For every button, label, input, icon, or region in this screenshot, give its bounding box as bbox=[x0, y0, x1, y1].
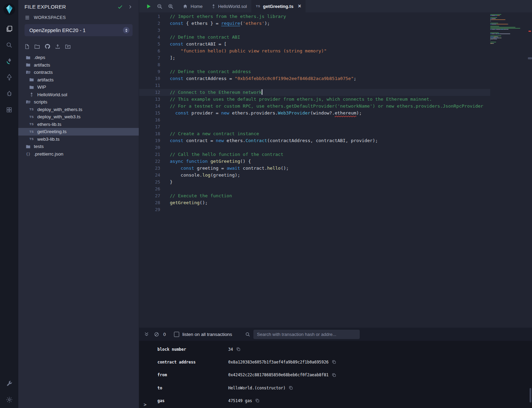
tx-detail-label: contract address bbox=[157, 360, 228, 365]
line-number: 18 bbox=[139, 130, 160, 137]
console-prompt[interactable]: > bbox=[144, 402, 146, 407]
tree-item-artifacts[interactable]: artifacts bbox=[18, 76, 139, 84]
settings-gear-icon[interactable] bbox=[5, 396, 13, 404]
code-line: 1// Import ethers from the ethers.js lib… bbox=[139, 13, 490, 20]
create-new-file-icon[interactable] bbox=[25, 44, 30, 49]
file-name: contracts bbox=[34, 70, 53, 75]
tree-item-WIP[interactable]: WIP bbox=[18, 83, 139, 91]
code-editor[interactable]: 1// Import ethers from the ethers.js lib… bbox=[139, 12, 532, 328]
code-line: 9// Define the contract address bbox=[139, 68, 490, 75]
file-name: web3-lib.ts bbox=[37, 137, 60, 142]
tree-item-ethers-lib.ts[interactable]: TSethers-lib.ts bbox=[18, 121, 139, 128]
hamburger-menu-icon[interactable] bbox=[25, 15, 30, 20]
code-line: 29 bbox=[139, 206, 490, 213]
file-explorer-panel: FILE EXPLORER WORKSPACES OpenZeppelin ER… bbox=[18, 0, 139, 408]
line-number: 3 bbox=[139, 27, 160, 34]
code-line: 7]; bbox=[139, 54, 490, 61]
line-number: 21 bbox=[139, 151, 160, 158]
copy-icon[interactable] bbox=[289, 386, 293, 390]
tree-item-HelloWorld.sol[interactable]: HelloWorld.sol bbox=[18, 91, 139, 99]
minimap-line bbox=[490, 15, 528, 16]
code-line: 19const contract = new ethers.Contract(c… bbox=[139, 137, 490, 144]
deploy-and-run-icon[interactable] bbox=[5, 73, 13, 81]
code-line: 14// For a testnet or custom RPC, use et… bbox=[139, 103, 490, 110]
upload-folder-icon[interactable] bbox=[65, 44, 71, 49]
file-name: deploy_with_ethers.ts bbox=[37, 107, 83, 112]
tree-item-.prettierrc.json[interactable]: {}.prettierrc.json bbox=[18, 150, 139, 158]
workspace-selector[interactable]: OpenZeppelin ERC20 - 1 bbox=[25, 24, 133, 36]
minimap-line bbox=[490, 26, 528, 27]
create-new-folder-icon[interactable] bbox=[34, 44, 40, 49]
tree-item-getGreeting.ts[interactable]: TSgetGreeting.ts bbox=[18, 128, 139, 136]
tree-item-web3-lib.ts[interactable]: TSweb3-lib.ts bbox=[18, 136, 139, 143]
line-number: 13 bbox=[139, 96, 160, 103]
copy-icon[interactable] bbox=[255, 398, 260, 403]
close-tab-icon[interactable]: × bbox=[298, 3, 301, 9]
tree-item-scripts[interactable]: scripts bbox=[18, 98, 139, 106]
minimap-line bbox=[490, 21, 528, 21]
copy-icon[interactable] bbox=[236, 347, 241, 351]
tab-HelloWorld.sol[interactable]: HelloWorld.sol bbox=[207, 0, 252, 12]
tab-getGreeting.ts[interactable]: TSgetGreeting.ts× bbox=[251, 0, 306, 12]
tree-item-deploy_with_web3.ts[interactable]: TSdeploy_with_web3.ts bbox=[18, 113, 139, 121]
line-number: 8 bbox=[139, 61, 160, 68]
search-icon[interactable] bbox=[245, 332, 250, 337]
zoom-in-icon[interactable] bbox=[168, 3, 174, 9]
minimap-line bbox=[490, 27, 528, 28]
workspace-stepper-icon[interactable] bbox=[123, 27, 129, 33]
tree-item-artifacts[interactable]: artifacts bbox=[18, 61, 139, 69]
minimap-line bbox=[490, 19, 528, 20]
run-script-button[interactable] bbox=[146, 3, 152, 9]
minimap[interactable] bbox=[490, 14, 529, 328]
minimap-line bbox=[490, 16, 528, 17]
panel-header: FILE EXPLORER bbox=[18, 0, 139, 12]
upload-file-icon[interactable] bbox=[55, 44, 60, 49]
transaction-detail-row: block number34 bbox=[157, 343, 532, 356]
search-icon[interactable] bbox=[5, 41, 13, 49]
terminal-scrollbar[interactable] bbox=[530, 388, 531, 402]
listen-transactions-checkbox[interactable] bbox=[174, 332, 179, 337]
tx-detail-value: 0x42452c22c88178685850e68beb6cf0f2aeab8f… bbox=[228, 372, 329, 377]
terminal-scrollbar-thumb[interactable] bbox=[530, 388, 531, 402]
copy-icon[interactable] bbox=[332, 360, 336, 364]
code-line: 26 bbox=[139, 186, 490, 192]
tab-Home[interactable]: Home bbox=[178, 0, 207, 12]
clear-console-icon[interactable] bbox=[154, 332, 159, 337]
minimap-line bbox=[490, 34, 528, 35]
minimap-line bbox=[490, 17, 528, 18]
editor-scrollbar[interactable] bbox=[529, 12, 532, 328]
debugger-icon[interactable] bbox=[5, 89, 13, 98]
transaction-search-input[interactable] bbox=[253, 330, 360, 339]
transaction-detail-row: contract address0x8a120383e6057b1f3aef4f… bbox=[157, 356, 532, 368]
transaction-detail-row: toHelloWorld.(constructor) bbox=[157, 381, 532, 394]
file-explorer-icon[interactable] bbox=[5, 24, 13, 33]
tx-detail-label: from bbox=[157, 372, 228, 377]
editor-scrollbar-thumb[interactable] bbox=[528, 57, 532, 59]
remix-logo-icon[interactable] bbox=[3, 3, 16, 16]
tree-item-tests[interactable]: tests bbox=[18, 143, 139, 150]
tab-title: HelloWorld.sol bbox=[218, 4, 247, 9]
plugins-icon[interactable] bbox=[5, 106, 13, 114]
tree-item-contracts[interactable]: contracts bbox=[18, 69, 139, 76]
plugin-manager-icon[interactable] bbox=[5, 380, 13, 388]
zoom-out-icon[interactable] bbox=[157, 3, 163, 9]
tree-item-.deps[interactable]: .deps bbox=[18, 54, 139, 61]
code-line: 20 bbox=[139, 144, 490, 151]
code-content[interactable]: 1// Import ethers from the ethers.js lib… bbox=[139, 13, 490, 328]
file-name: scripts bbox=[34, 99, 47, 105]
line-number: 20 bbox=[139, 144, 160, 151]
file-name: WIP bbox=[37, 84, 46, 90]
line-number: 27 bbox=[139, 192, 160, 199]
code-line: 21// Call the hello function of the cont… bbox=[139, 151, 490, 158]
clone-git-repository-icon[interactable] bbox=[45, 43, 50, 49]
tree-item-deploy_with_ethers.ts[interactable]: TSdeploy_with_ethers.ts bbox=[18, 106, 139, 113]
line-number: 2 bbox=[139, 20, 160, 27]
copy-icon[interactable] bbox=[332, 373, 336, 377]
solidity-icon bbox=[29, 92, 35, 97]
collapse-terminal-icon[interactable] bbox=[144, 332, 149, 337]
file-name: artifacts bbox=[34, 62, 50, 68]
solidity-compiler-icon[interactable] bbox=[5, 57, 13, 65]
chevron-right-icon[interactable] bbox=[128, 4, 133, 9]
check-icon[interactable] bbox=[117, 4, 123, 10]
editor-tab-bar: HomeHelloWorld.solTSgetGreeting.ts× bbox=[139, 0, 532, 12]
